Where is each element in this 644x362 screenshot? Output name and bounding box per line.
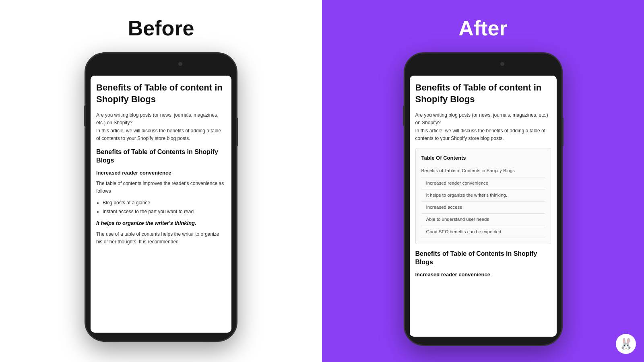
after-title: After <box>458 16 507 40</box>
after-section-h3-1: Increased reader convenience <box>415 271 551 279</box>
before-screen-heading: Benefits of Table of content in Shopify … <box>96 82 226 105</box>
after-phone: Benefits of Table of content in Shopify … <box>404 52 563 346</box>
toc-link-5[interactable]: Good SEO benefits can be expected. <box>421 226 545 238</box>
toc-link-1[interactable]: Increased reader convenience <box>421 177 545 189</box>
screen-content-after: Benefits of Table of content in Shopify … <box>410 76 557 337</box>
before-panel: Before Benefits of Table of content in S… <box>0 0 322 362</box>
before-section-h2: Benefits of Table of Contents in Shopify… <box>96 148 226 165</box>
after-screen-intro: Are you writing blog posts (or news, jou… <box>415 111 551 142</box>
phone-frame-before: Benefits of Table of content in Shopify … <box>85 52 237 342</box>
toc-title: Table Of Contents <box>421 154 545 162</box>
phone-camera-before <box>178 62 182 66</box>
before-title: Before <box>128 16 194 40</box>
bullet-2: Instant access to the part you want to r… <box>103 208 226 215</box>
phone-screen-after: Benefits of Table of content in Shopify … <box>410 76 557 337</box>
before-section-h3-1: Increased reader convenience <box>96 169 226 177</box>
phone-screen-before: Benefits of Table of content in Shopify … <box>91 76 231 333</box>
phone-frame-after: Benefits of Table of content in Shopify … <box>404 52 563 346</box>
after-section-h2: Benefits of Table of Contents in Shopify… <box>415 250 551 267</box>
phone-btn-right-after <box>562 118 564 146</box>
before-phone: Benefits of Table of content in Shopify … <box>85 52 237 342</box>
phone-btn-left-after <box>403 106 405 126</box>
shopify-link-after[interactable]: Shopify <box>422 120 438 125</box>
before-para2: The use of a table of contents helps the… <box>96 230 226 246</box>
phone-notch-after <box>457 59 509 69</box>
phone-btn-left-before <box>84 106 85 126</box>
phone-camera-after <box>500 62 504 66</box>
toc-box: Table Of Contents Benefits of Table of C… <box>415 148 551 244</box>
bullet-1: Blog posts at a glance <box>103 199 226 206</box>
before-para1: The table of contents improves the reade… <box>96 180 226 195</box>
toc-link-4[interactable]: Able to understand user needs <box>421 214 545 226</box>
before-bullets: Blog posts at a glance Instant access to… <box>103 199 226 215</box>
after-panel: After Benefits of Table of content in Sh… <box>322 0 644 362</box>
phone-notch-before <box>135 59 187 69</box>
before-section-h3-2: It helps to organize the writer's thinki… <box>96 219 226 227</box>
phone-btn-right-before <box>237 118 238 146</box>
before-screen-intro: Are you writing blog posts (or news, jou… <box>96 111 226 142</box>
bunny-icon: 🐰 <box>616 334 636 354</box>
screen-content-before: Benefits of Table of content in Shopify … <box>91 76 231 333</box>
shopify-link-before[interactable]: Shopify <box>114 120 130 125</box>
toc-link-2[interactable]: It helps to organize the writer's thinki… <box>421 189 545 202</box>
toc-link-3[interactable]: Increased access <box>421 202 545 214</box>
toc-link-0[interactable]: Benefits of Table of Contents in Shopify… <box>421 165 545 177</box>
after-screen-heading: Benefits of Table of content in Shopify … <box>415 82 551 105</box>
